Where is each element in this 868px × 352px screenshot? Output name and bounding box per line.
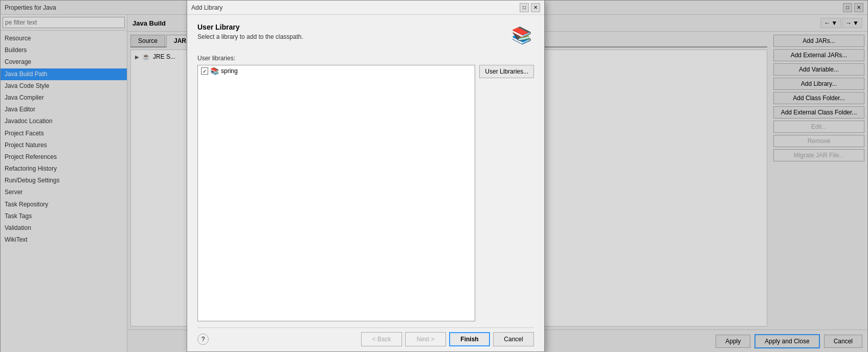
next-btn[interactable]: Next > bbox=[405, 332, 446, 346]
dialog-close-btn[interactable]: ✕ bbox=[531, 3, 540, 12]
dialog-window-controls: □ ✕ bbox=[520, 3, 540, 12]
dialog-header-section: User Library Select a library to add to … bbox=[197, 23, 534, 48]
spring-lib-icon: 📚 bbox=[210, 67, 219, 75]
dialog-nav-buttons: < Back Next > Finish Cancel bbox=[361, 332, 534, 346]
finish-btn[interactable]: Finish bbox=[449, 332, 490, 346]
dialog-minimize-btn[interactable]: □ bbox=[520, 3, 529, 12]
dialog-footer: ? < Back Next > Finish Cancel bbox=[197, 327, 534, 346]
dialog-main-title: User Library bbox=[197, 23, 509, 31]
spring-lib-label: spring bbox=[221, 67, 238, 75]
user-lib-item-spring[interactable]: ✓ 📚 spring bbox=[198, 65, 475, 77]
dialog-titlebar: Add Library □ ✕ bbox=[187, 1, 544, 15]
spring-checkbox[interactable]: ✓ bbox=[201, 67, 208, 75]
user-libraries-label: User libraries: bbox=[197, 55, 534, 62]
add-library-dialog: Add Library □ ✕ User Library Select a li… bbox=[187, 0, 545, 352]
help-btn[interactable]: ? bbox=[197, 334, 209, 345]
dialog-cancel-btn[interactable]: Cancel bbox=[493, 332, 534, 346]
dialog-header-text: User Library Select a library to add to … bbox=[197, 23, 509, 40]
dialog-body: User Library Select a library to add to … bbox=[187, 15, 544, 351]
dialog-library-icon: 📚 bbox=[509, 23, 534, 48]
dialog-subtitle: Select a library to add to the classpath… bbox=[197, 33, 509, 40]
back-btn[interactable]: < Back bbox=[361, 332, 402, 346]
user-lib-row: ✓ 📚 spring User Libraries... bbox=[197, 65, 534, 321]
user-libraries-btn[interactable]: User Libraries... bbox=[479, 65, 534, 78]
user-lib-list[interactable]: ✓ 📚 spring bbox=[197, 65, 475, 321]
dialog-title: Add Library bbox=[191, 4, 222, 11]
